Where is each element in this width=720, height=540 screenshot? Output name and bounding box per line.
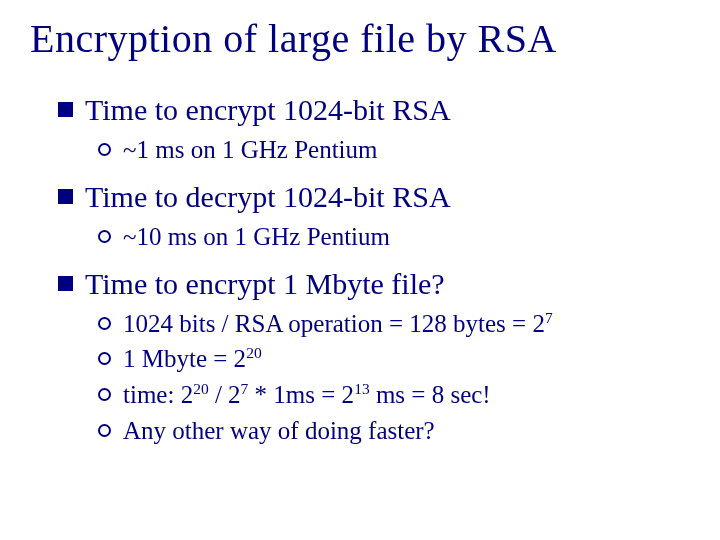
circle-bullet-icon xyxy=(98,388,111,401)
slide-title: Encryption of large file by RSA xyxy=(30,15,690,62)
sub-bullet-text: 1 Mbyte = 220 xyxy=(123,342,262,376)
circle-bullet-icon xyxy=(98,317,111,330)
square-bullet-icon xyxy=(58,276,73,291)
circle-bullet-icon xyxy=(98,230,111,243)
sub-bullet-text: ~10 ms on 1 GHz Pentium xyxy=(123,220,390,254)
bullet-text: Time to decrypt 1024-bit RSA xyxy=(85,177,451,216)
sub-bullet-text: time: 220 / 27 * 1ms = 213 ms = 8 sec! xyxy=(123,378,491,412)
bullet-text: Time to encrypt 1024-bit RSA xyxy=(85,90,451,129)
bullet-text: Time to encrypt 1 Mbyte file? xyxy=(85,264,445,303)
bullet-level-1: Time to encrypt 1 Mbyte file? xyxy=(58,264,690,303)
bullet-level-2: Any other way of doing faster? xyxy=(98,414,690,448)
circle-bullet-icon xyxy=(98,424,111,437)
bullet-level-2: 1 Mbyte = 220 xyxy=(98,342,690,376)
bullet-level-2: 1024 bits / RSA operation = 128 bytes = … xyxy=(98,307,690,341)
sub-bullet-text: ~1 ms on 1 GHz Pentium xyxy=(123,133,378,167)
sub-bullet-text: Any other way of doing faster? xyxy=(123,414,435,448)
circle-bullet-icon xyxy=(98,352,111,365)
bullet-level-2: ~10 ms on 1 GHz Pentium xyxy=(98,220,690,254)
sub-bullet-text: 1024 bits / RSA operation = 128 bytes = … xyxy=(123,307,553,341)
bullet-level-1: Time to decrypt 1024-bit RSA xyxy=(58,177,690,216)
square-bullet-icon xyxy=(58,102,73,117)
bullet-level-2: ~1 ms on 1 GHz Pentium xyxy=(98,133,690,167)
square-bullet-icon xyxy=(58,189,73,204)
slide-content: Time to encrypt 1024-bit RSA~1 ms on 1 G… xyxy=(30,90,690,448)
bullet-level-2: time: 220 / 27 * 1ms = 213 ms = 8 sec! xyxy=(98,378,690,412)
circle-bullet-icon xyxy=(98,143,111,156)
bullet-level-1: Time to encrypt 1024-bit RSA xyxy=(58,90,690,129)
